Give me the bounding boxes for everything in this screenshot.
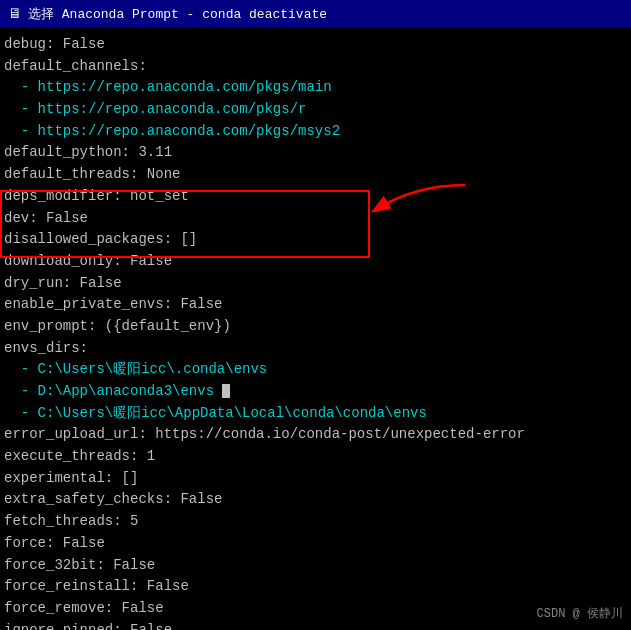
terminal-line: ignore_pinned: False bbox=[4, 620, 627, 630]
terminal-body: debug: Falsedefault_channels: - https://… bbox=[0, 28, 631, 630]
terminal-line: experimental: [] bbox=[4, 468, 627, 490]
title-bar: 🖥 选择 Anaconda Prompt - conda deactivate bbox=[0, 0, 631, 28]
terminal-line: force_32bit: False bbox=[4, 555, 627, 577]
terminal-line: extra_safety_checks: False bbox=[4, 489, 627, 511]
terminal-line: debug: False bbox=[4, 34, 627, 56]
terminal-line: - D:\App\anaconda3\envs bbox=[4, 381, 627, 403]
terminal-line: - https://repo.anaconda.com/pkgs/main bbox=[4, 77, 627, 99]
terminal-lines: debug: Falsedefault_channels: - https://… bbox=[4, 34, 627, 630]
terminal-line: default_python: 3.11 bbox=[4, 142, 627, 164]
terminal-line: - C:\Users\暖阳icc\.conda\envs bbox=[4, 359, 627, 381]
terminal-line: - https://repo.anaconda.com/pkgs/msys2 bbox=[4, 121, 627, 143]
terminal-line: execute_threads: 1 bbox=[4, 446, 627, 468]
terminal-line: force_remove: False bbox=[4, 598, 627, 620]
terminal-line: envs_dirs: bbox=[4, 338, 627, 360]
terminal-line: force_reinstall: False bbox=[4, 576, 627, 598]
terminal-line: deps_modifier: not_set bbox=[4, 186, 627, 208]
terminal-line: force: False bbox=[4, 533, 627, 555]
terminal-line: disallowed_packages: [] bbox=[4, 229, 627, 251]
title-icon: 🖥 bbox=[8, 6, 22, 22]
terminal-line: - C:\Users\暖阳icc\AppData\Local\conda\con… bbox=[4, 403, 627, 425]
terminal-line: download_only: False bbox=[4, 251, 627, 273]
terminal-line: dev: False bbox=[4, 208, 627, 230]
terminal-line: dry_run: False bbox=[4, 273, 627, 295]
terminal-line: error_upload_url: https://conda.io/conda… bbox=[4, 424, 627, 446]
terminal-line: default_threads: None bbox=[4, 164, 627, 186]
watermark: CSDN @ 侯静川 bbox=[537, 605, 623, 622]
cursor bbox=[222, 384, 230, 398]
terminal-line: env_prompt: ({default_env}) bbox=[4, 316, 627, 338]
terminal-line: default_channels: bbox=[4, 56, 627, 78]
title-text: 选择 Anaconda Prompt - conda deactivate bbox=[28, 5, 327, 23]
terminal-line: - https://repo.anaconda.com/pkgs/r bbox=[4, 99, 627, 121]
terminal-line: fetch_threads: 5 bbox=[4, 511, 627, 533]
terminal-line: enable_private_envs: False bbox=[4, 294, 627, 316]
